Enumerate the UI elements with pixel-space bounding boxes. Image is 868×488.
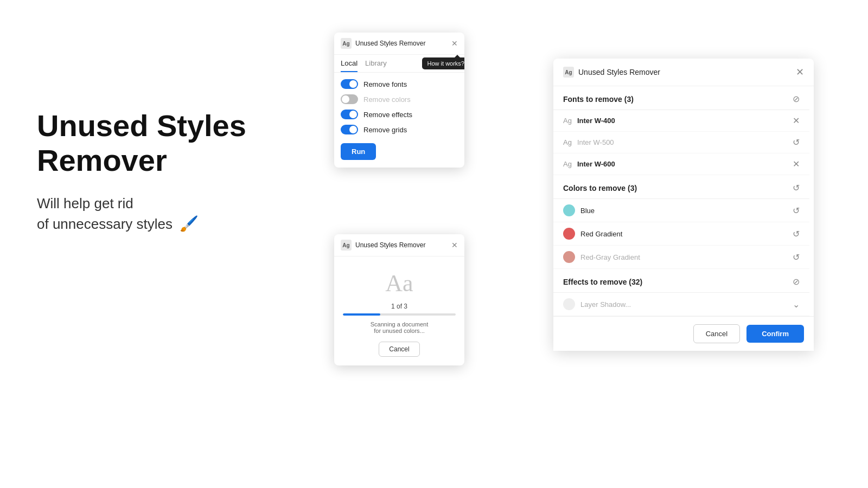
font-item-2: Ag Inter W-500 ↺ bbox=[553, 132, 809, 153]
toggle-label-fonts: Remove fonts bbox=[363, 80, 407, 88]
font-name-3: Inter W-600 bbox=[577, 160, 615, 168]
toggle-remove-grids[interactable] bbox=[341, 125, 358, 134]
toggle-label-colors: Remove colors bbox=[363, 95, 411, 104]
toggle-row-colors: Remove colors bbox=[341, 94, 458, 104]
ban-icon-effects[interactable]: ⊘ bbox=[793, 277, 800, 287]
toggle-row-fonts: Remove fonts bbox=[341, 79, 458, 89]
effect-dot-1 bbox=[563, 298, 575, 310]
run-button[interactable]: Run bbox=[341, 143, 376, 160]
font-ag-1: Ag bbox=[563, 117, 572, 125]
ban-icon-fonts[interactable]: ⊘ bbox=[793, 94, 800, 104]
confirm-button-results[interactable]: Confirm bbox=[746, 325, 804, 343]
color-item-2: Red Gradient ↺ bbox=[553, 222, 809, 246]
close-button-small[interactable]: ✕ bbox=[451, 40, 458, 47]
ag-icon-results: Ag bbox=[563, 67, 574, 78]
plugin-title-small: Unused Styles Remover bbox=[355, 40, 425, 47]
hero-title: Unused StylesRemover bbox=[37, 108, 246, 178]
ag-icon-scan: Ag bbox=[341, 240, 352, 251]
results-scroll-area: Fonts to remove (3) ⊘ Ag Inter W-400 ✕ A… bbox=[553, 86, 814, 316]
color-dot-red bbox=[563, 228, 575, 240]
color-dot-blue bbox=[563, 204, 575, 216]
section-header-fonts: Fonts to remove (3) ⊘ bbox=[553, 86, 809, 110]
color-item-3: Red-Gray Gradient ↺ bbox=[553, 246, 809, 269]
font-ag-2: Ag bbox=[563, 138, 572, 146]
tooltip-how-it-works: How it works? bbox=[422, 57, 464, 69]
section-title-fonts: Fonts to remove (3) bbox=[563, 95, 634, 104]
scan-progress-label: 1 of 3 bbox=[391, 303, 407, 310]
toggle-row-grids: Remove grids bbox=[341, 125, 458, 134]
restore-color-3-button[interactable]: ↺ bbox=[793, 252, 800, 262]
restore-color-1-button[interactable]: ↺ bbox=[793, 206, 800, 216]
results-panel: Ag Unused Styles Remover ✕ Fonts to remo… bbox=[553, 59, 814, 351]
plugin-window-small: Ag Unused Styles Remover ✕ How it works?… bbox=[334, 33, 464, 168]
toggle-label-grids: Remove grids bbox=[363, 126, 407, 134]
plugin-title-scan: Unused Styles Remover bbox=[355, 241, 425, 249]
color-item-1: Blue ↺ bbox=[553, 199, 809, 222]
hero-section: Unused StylesRemover Will help get ridof… bbox=[37, 108, 246, 234]
paintbrush-icon: 🖌️ bbox=[180, 213, 199, 234]
results-inner-scroll[interactable]: Fonts to remove (3) ⊘ Ag Inter W-400 ✕ A… bbox=[553, 86, 814, 316]
scan-aa-text: Aa bbox=[385, 269, 413, 297]
results-footer: Cancel Confirm bbox=[553, 316, 814, 351]
tab-library[interactable]: Library bbox=[365, 59, 387, 72]
tab-local[interactable]: Local bbox=[341, 59, 358, 72]
font-item-1: Ag Inter W-400 ✕ bbox=[553, 110, 809, 132]
restore-color-2-button[interactable]: ↺ bbox=[793, 229, 800, 239]
font-ag-3: Ag bbox=[563, 160, 572, 168]
progress-bar-fill bbox=[343, 313, 380, 316]
restore-font-2-button[interactable]: ↺ bbox=[793, 137, 800, 147]
plugin-header-small: Ag Unused Styles Remover ✕ How it works? bbox=[334, 33, 464, 55]
results-panel-header: Ag Unused Styles Remover ✕ bbox=[553, 59, 814, 86]
cancel-button-results[interactable]: Cancel bbox=[693, 324, 740, 343]
color-name-redgray: Red-Gray Gradient bbox=[580, 253, 640, 261]
section-title-effects: Effects to remove (32) bbox=[563, 278, 642, 286]
font-name-1: Inter W-400 bbox=[577, 117, 615, 125]
font-name-2: Inter W-500 bbox=[577, 138, 614, 146]
section-header-effects: Effects to remove (32) ⊘ bbox=[553, 269, 809, 293]
refresh-icon-colors[interactable]: ↺ bbox=[793, 183, 800, 193]
effect-item-1: Layer Shadow... ⌄ bbox=[553, 293, 809, 316]
ag-icon-small: Ag bbox=[341, 38, 352, 49]
font-item-3: Ag Inter W-600 ✕ bbox=[553, 153, 809, 175]
toggle-remove-colors[interactable] bbox=[341, 94, 358, 104]
scan-status: Scanning a document for unused colors... bbox=[371, 321, 428, 334]
scan-body: Aa 1 of 3 Scanning a document for unused… bbox=[334, 256, 464, 365]
close-button-scan[interactable]: ✕ bbox=[451, 241, 458, 249]
cancel-button-scan[interactable]: Cancel bbox=[379, 342, 419, 357]
remove-font-1-button[interactable]: ✕ bbox=[793, 115, 800, 126]
expand-effect-1-button[interactable]: ⌄ bbox=[793, 299, 800, 310]
toggle-row-effects: Remove effects bbox=[341, 110, 458, 119]
color-name-blue: Blue bbox=[580, 207, 595, 215]
remove-font-3-button[interactable]: ✕ bbox=[793, 159, 800, 169]
effect-name-1: Layer Shadow... bbox=[580, 300, 631, 309]
section-header-colors: Colors to remove (3) ↺ bbox=[553, 175, 809, 199]
toggle-label-effects: Remove effects bbox=[363, 111, 412, 119]
toggle-remove-fonts[interactable] bbox=[341, 79, 358, 89]
results-panel-title: Unused Styles Remover bbox=[578, 68, 660, 76]
plugin-window-scan: Ag Unused Styles Remover ✕ Aa 1 of 3 Sca… bbox=[334, 234, 464, 365]
color-dot-redgray bbox=[563, 251, 575, 263]
plugin-header-scan: Ag Unused Styles Remover ✕ bbox=[334, 234, 464, 256]
progress-bar bbox=[343, 313, 456, 316]
hero-subtitle: Will help get ridof unnecessary styles 🖌… bbox=[37, 194, 246, 235]
section-title-colors: Colors to remove (3) bbox=[563, 184, 637, 192]
close-button-results[interactable]: ✕ bbox=[796, 66, 804, 78]
toggle-list: Remove fonts Remove colors Remove effect… bbox=[334, 73, 464, 141]
toggle-remove-effects[interactable] bbox=[341, 110, 358, 119]
color-name-red: Red Gradient bbox=[580, 230, 622, 238]
